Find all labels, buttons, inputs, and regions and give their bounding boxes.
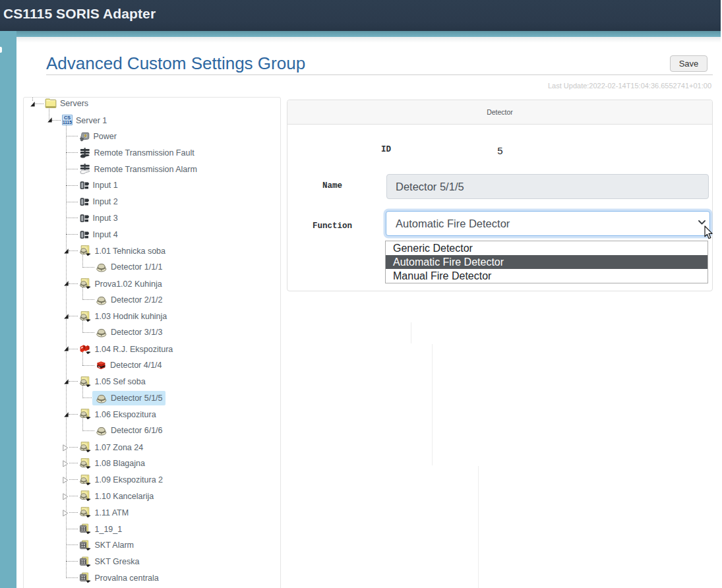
tree-item-content[interactable]: SKT Greska: [76, 554, 142, 569]
tree-item[interactable]: SKT Greska: [24, 554, 280, 570]
expand-toggle-icon[interactable]: [63, 460, 69, 467]
tree-item-label: 1.06 Ekspozitura: [95, 409, 156, 419]
tree-item-content[interactable]: 1.10 Kancelarija: [76, 488, 157, 504]
collapse-toggle-icon[interactable]: [64, 412, 69, 417]
collapse-toggle-icon[interactable]: [64, 281, 69, 286]
dropdown-option[interactable]: Generic Detector: [386, 241, 707, 255]
dropdown-option[interactable]: Automatic Fire Detector: [386, 255, 707, 269]
tree-item[interactable]: Input 1: [24, 177, 280, 193]
tree-item[interactable]: 1.01 Tehnicka soba: [24, 243, 280, 258]
tree-item[interactable]: 1.11 ATM: [24, 504, 280, 520]
tree-item-content[interactable]: Input 1: [76, 178, 121, 192]
tree-item-content[interactable]: Detector 5/1/5: [92, 391, 165, 405]
collapse-toggle-icon[interactable]: [30, 102, 35, 107]
tree-item-content[interactable]: Input 3: [76, 211, 121, 225]
tree-item[interactable]: 1.07 Zona 24: [24, 439, 280, 455]
tree-item[interactable]: Remote Transmission Alarm: [24, 161, 280, 177]
panel-icon: [79, 523, 92, 535]
input-icon: [79, 229, 90, 240]
content-card: Advanced Custom Settings Group Save Last…: [16, 37, 721, 588]
tree-item[interactable]: Servers: [24, 97, 280, 111]
tree-item-content[interactable]: Detector 2/1/2: [92, 293, 165, 307]
tree-item-label: Detector 1/1/1: [111, 262, 163, 272]
tree-item[interactable]: 1.05 Sef soba: [24, 374, 280, 390]
collapse-toggle-icon[interactable]: [64, 249, 69, 254]
tree-item-content[interactable]: Detector 1/1/1: [92, 260, 165, 274]
dropdown-option[interactable]: Manual Fire Detector: [386, 269, 707, 283]
tree-item[interactable]: Input 4: [24, 227, 280, 243]
tree-item[interactable]: Prova1.02 Kuhinja: [24, 276, 280, 291]
tree-item[interactable]: CS 1115 Server 1: [24, 112, 280, 128]
tree-item[interactable]: SKT Alarm: [24, 537, 280, 553]
tree-item-content[interactable]: 1.08 Blagajna: [76, 456, 148, 471]
tree-item[interactable]: Provalna centrala: [24, 570, 280, 585]
name-label: Name: [322, 181, 342, 191]
power-icon: [79, 131, 90, 142]
tree-item-content[interactable]: 1.05 Sef soba: [76, 374, 148, 389]
function-select[interactable]: Automatic Fire Detector: [386, 211, 710, 236]
expand-toggle-icon[interactable]: [63, 444, 69, 452]
tree-item-content[interactable]: 1.01 Tehnicka soba: [76, 243, 169, 258]
collapse-toggle-icon[interactable]: [64, 314, 69, 319]
tree-item-content[interactable]: SKT Alarm: [76, 537, 137, 552]
save-button[interactable]: Save: [670, 55, 707, 72]
tree-item[interactable]: Detector 2/1/2: [24, 292, 280, 308]
detail-card-header: Detector: [287, 100, 712, 125]
tree-item-content[interactable]: Input 2: [76, 194, 121, 209]
tree-item-content[interactable]: Power: [76, 129, 119, 144]
tree-item-content[interactable]: Detector 4/1/4: [92, 358, 165, 372]
tree-item[interactable]: 1.09 Ekspozitura 2: [24, 472, 280, 488]
tree-item-content[interactable]: Provalna centrala: [76, 570, 162, 585]
tree-item-content[interactable]: 1.04 R.J. Ekspozitura: [76, 341, 176, 357]
cs1115-icon: CS 1115: [62, 115, 73, 126]
collapse-toggle-icon[interactable]: [64, 346, 69, 351]
remote-transmission-fault-icon: [79, 147, 91, 158]
tree-item[interactable]: Detector 6/1/6: [24, 423, 280, 438]
tree-item-content[interactable]: 1.03 Hodnik kuhinja: [76, 309, 170, 324]
tree-item-content[interactable]: 1.11 ATM: [76, 505, 132, 520]
tree-item-content[interactable]: Detector 3/1/3: [92, 325, 165, 339]
page-title: Advanced Custom Settings Group: [46, 53, 305, 74]
tree-item-content[interactable]: CS 1115 Server 1: [59, 113, 109, 128]
tree-item-content[interactable]: 1.07 Zona 24: [76, 440, 146, 455]
tree-item[interactable]: Input 2: [24, 194, 280, 210]
left-accent-band: [0, 31, 16, 588]
tree-item[interactable]: 1.10 Kancelarija: [24, 488, 280, 504]
tree-item[interactable]: 1.08 Blagajna: [24, 456, 280, 471]
tree-item-content[interactable]: Input 4: [76, 227, 121, 242]
id-label: ID: [381, 145, 391, 154]
tree-item-label: Detector 6/1/6: [111, 426, 163, 435]
tree-item-content[interactable]: 1.09 Ekspozitura 2: [76, 472, 166, 487]
collapse-toggle-icon[interactable]: [47, 117, 52, 123]
tree-item[interactable]: Detector 3/1/3: [24, 324, 280, 340]
input-icon: [79, 213, 90, 223]
zone-icon: [79, 442, 92, 453]
tree-item-label: Prova1.02 Kuhinja: [95, 279, 162, 288]
tree-item[interactable]: Input 3: [24, 210, 280, 226]
tree-item-content[interactable]: Prova1.02 Kuhinja: [76, 276, 165, 291]
tree-item[interactable]: Detector 4/1/4: [24, 357, 280, 373]
expand-toggle-icon[interactable]: [63, 510, 69, 517]
expand-toggle-icon[interactable]: [63, 477, 69, 484]
collapse-toggle-icon[interactable]: [64, 379, 69, 384]
tree-item-content[interactable]: Detector 6/1/6: [92, 423, 165, 438]
artifact-line-3: [478, 466, 479, 588]
name-input[interactable]: Detector 5/1/5: [386, 174, 709, 199]
tree-item[interactable]: Power: [24, 129, 280, 144]
tree-item-content[interactable]: Remote Transmission Fault: [76, 145, 197, 160]
tree-item[interactable]: 1.06 Ekspozitura: [24, 406, 280, 422]
tree-item[interactable]: Remote Transmission Fault: [24, 145, 280, 161]
tree-item-content[interactable]: 1.06 Ekspozitura: [76, 407, 159, 422]
tree-item[interactable]: 1.04 R.J. Ekspozitura: [24, 341, 280, 357]
tree-item[interactable]: 1.03 Hodnik kuhinja: [24, 309, 280, 324]
tree-item[interactable]: 1_19_1: [24, 521, 280, 537]
tree-item[interactable]: Detector 5/1/5: [24, 390, 280, 406]
tree-item-content[interactable]: Servers: [42, 97, 91, 111]
zone-red-icon: [79, 343, 92, 355]
tree-item-label: 1.05 Sef soba: [95, 377, 146, 386]
tree-item-content[interactable]: 1_19_1: [76, 521, 125, 537]
tree-item[interactable]: Detector 1/1/1: [24, 259, 280, 275]
expand-toggle-icon[interactable]: [63, 493, 69, 500]
tree-item-label: 1.11 ATM: [95, 508, 129, 517]
tree-item-content[interactable]: Remote Transmission Alarm: [76, 162, 200, 177]
